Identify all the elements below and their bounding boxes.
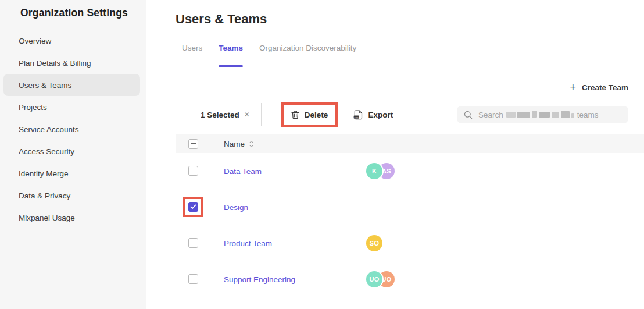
avatar: K <box>366 163 382 179</box>
sort-icon[interactable] <box>249 140 254 148</box>
team-link-product-team[interactable]: Product Team <box>224 239 272 248</box>
sidebar-item-plan-details-billing[interactable]: Plan Details & Billing <box>0 52 146 74</box>
main-content: Users & Teams Users Teams Organization D… <box>146 0 644 309</box>
create-team-row: + Create Team <box>176 82 644 93</box>
avatar-group: K AS <box>366 163 395 179</box>
team-link-design[interactable]: Design <box>224 203 248 212</box>
row-checkbox-data-team[interactable] <box>188 166 198 176</box>
page-title: Users & Teams <box>176 12 644 27</box>
toolbar-divider <box>261 103 262 126</box>
team-link-support-engineering[interactable]: Support Engineering <box>224 275 295 284</box>
table-row: Design <box>176 189 644 225</box>
selection-toolbar: 1 Selected ✕ Delete <box>176 102 644 127</box>
annotation-highlight-delete: Delete <box>281 102 338 127</box>
table-row: Support Engineering UO UO <box>176 261 644 297</box>
svg-text:csv: csv <box>355 115 359 118</box>
csv-file-icon: csv <box>353 110 363 120</box>
sidebar-item-mixpanel-usage[interactable]: Mixpanel Usage <box>0 207 146 229</box>
row-checkbox-product-team[interactable] <box>188 238 198 248</box>
table-row: Data Team K AS <box>176 153 644 189</box>
tab-bar: Users Teams Organization Discoverability <box>176 44 644 66</box>
sidebar-nav: Overview Plan Details & Billing Users & … <box>0 30 146 229</box>
create-team-button[interactable]: + Create Team <box>570 82 628 93</box>
row-checkbox-support-engineering[interactable] <box>188 274 198 284</box>
sidebar: Organization Settings Overview Plan Deta… <box>0 0 146 309</box>
search-icon <box>464 111 473 119</box>
column-header-name[interactable]: Name <box>224 140 245 148</box>
create-team-label: Create Team <box>582 83 628 92</box>
export-button[interactable]: csv Export <box>353 110 393 120</box>
sidebar-item-users-teams[interactable]: Users & Teams <box>3 74 140 96</box>
avatar: UO <box>366 271 382 287</box>
search-placeholder: Search teams <box>478 111 599 119</box>
clear-selection-icon[interactable]: ✕ <box>244 111 250 119</box>
avatar-group: SO <box>366 235 382 251</box>
row-checkbox-design[interactable] <box>188 202 198 212</box>
redacted-placeholder-blocks <box>506 111 574 118</box>
sidebar-item-data-privacy[interactable]: Data & Privacy <box>0 184 146 207</box>
select-all-checkbox[interactable] <box>188 139 198 149</box>
table-row: Product Team SO <box>176 225 644 261</box>
export-label: Export <box>368 111 393 119</box>
sidebar-item-access-security[interactable]: Access Security <box>0 140 146 162</box>
plus-icon: + <box>570 82 576 93</box>
table-header-row: Name <box>176 134 644 153</box>
trash-icon <box>291 111 299 119</box>
sidebar-item-projects[interactable]: Projects <box>0 96 146 118</box>
tab-teams[interactable]: Teams <box>219 44 243 66</box>
tab-users[interactable]: Users <box>182 44 202 66</box>
sidebar-item-service-accounts[interactable]: Service Accounts <box>0 118 146 140</box>
sidebar-item-overview[interactable]: Overview <box>0 30 146 52</box>
search-input[interactable]: Search teams <box>457 106 628 123</box>
avatar: SO <box>366 235 382 251</box>
sidebar-item-identity-merge[interactable]: Identity Merge <box>0 162 146 184</box>
annotation-highlight-checkbox <box>183 197 203 217</box>
avatar-group: UO UO <box>366 271 395 287</box>
delete-label: Delete <box>305 111 328 119</box>
sidebar-title: Organization Settings <box>0 7 146 19</box>
check-icon <box>190 204 196 209</box>
tab-organization-discoverability[interactable]: Organization Discoverability <box>259 44 356 66</box>
selected-count-group: 1 Selected ✕ <box>201 111 250 119</box>
team-link-data-team[interactable]: Data Team <box>224 167 262 176</box>
teams-table: Name Data Team K AS <box>176 134 644 297</box>
selected-count-label: 1 Selected <box>201 111 239 119</box>
delete-button[interactable]: Delete <box>284 105 336 125</box>
